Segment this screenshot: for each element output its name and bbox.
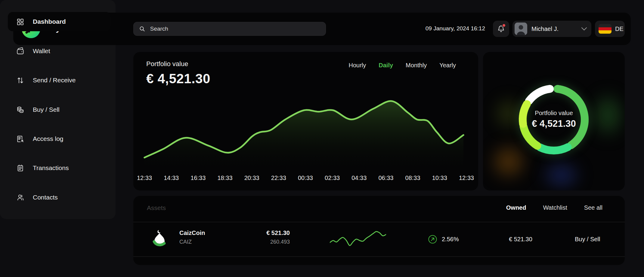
sidebar-label: Access log: [33, 135, 63, 142]
x-axis-label: 14:33: [164, 175, 179, 181]
tab-monthly[interactable]: Monthly: [406, 62, 427, 69]
x-axis-label: 12:33: [137, 175, 152, 181]
timeframe-tabs: Hourly Daily Monthly Yearly: [349, 62, 456, 69]
sidebar-item-buy-sell[interactable]: Buy / Sell: [8, 100, 111, 119]
notification-badge: [502, 23, 506, 27]
asset-name: CaizCoin: [179, 230, 205, 236]
x-axis-label: 12:33: [459, 175, 474, 181]
asset-sparkline: [330, 229, 386, 249]
user-menu[interactable]: Michael J.: [512, 21, 591, 37]
asset-units: 260.493: [242, 239, 290, 245]
tab-hourly[interactable]: Hourly: [349, 62, 366, 69]
tab-daily[interactable]: Daily: [379, 62, 393, 69]
sidebar-item-contacts[interactable]: Contacts: [8, 188, 111, 207]
sidebar-item-dashboard[interactable]: Dashboard: [8, 12, 111, 31]
donut-value: € 4,521.30: [483, 118, 625, 129]
asset-price: € 521.30: [242, 230, 290, 236]
sidebar-label: Wallet: [33, 47, 50, 55]
x-axis-label: 06:33: [378, 175, 393, 181]
x-axis-label: 04:33: [351, 175, 367, 181]
portfolio-line-chart: [133, 91, 478, 170]
datetime-label: 09 January, 2024 16:12: [426, 25, 485, 32]
x-axis-label: 02:33: [325, 175, 340, 181]
coins-icon: [16, 106, 24, 114]
sidebar-item-wallet[interactable]: Wallet: [8, 41, 111, 61]
tab-owned[interactable]: Owned: [506, 204, 526, 211]
avatar-placeholder: [515, 23, 527, 35]
tab-yearly[interactable]: Yearly: [439, 62, 456, 69]
sidebar-label: Transactions: [33, 164, 69, 172]
language-code: DE: [615, 26, 624, 32]
assets-card: Assets Owned Watchlist See all CaizCoin …: [133, 196, 625, 265]
sidebar-label: Send / Receive: [33, 77, 76, 84]
x-axis-label: 08:33: [405, 175, 420, 181]
language-selector[interactable]: DE: [595, 21, 625, 37]
asset-value: € 521.30: [509, 236, 532, 243]
chevron-down-icon: [581, 27, 587, 31]
donut-label: Portfolio value: [483, 110, 625, 117]
x-axis-label: 16:33: [190, 175, 206, 181]
assets-title: Assets: [147, 204, 166, 212]
trend-up-icon: [428, 235, 437, 245]
portfolio-value: € 4,521.30: [146, 71, 210, 86]
transactions-icon: [16, 164, 24, 172]
contacts-icon: [16, 193, 24, 202]
buy-sell-link[interactable]: Buy / Sell: [575, 236, 600, 243]
access-log-icon: [16, 135, 24, 143]
user-name: Michael J.: [531, 26, 577, 32]
wallet-icon: [16, 47, 24, 55]
x-axis-label: 00:33: [298, 175, 313, 181]
asset-change: 2.56%: [442, 236, 459, 243]
sidebar-label: Buy / Sell: [33, 106, 60, 113]
asset-row-caizcoin[interactable]: CaizCoin CAIZ € 521.30 260.493 2.56% € 5…: [133, 222, 625, 256]
x-axis-label: 20:33: [244, 175, 259, 181]
sidebar-item-access-log[interactable]: Access log: [8, 129, 111, 148]
germany-flag-icon: [599, 24, 611, 34]
divider: [133, 256, 625, 257]
search-input[interactable]: [150, 25, 320, 32]
sidebar-label: Dashboard: [33, 18, 66, 25]
tab-watchlist[interactable]: Watchlist: [543, 204, 567, 211]
assets-tabs: Owned Watchlist See all: [506, 204, 602, 211]
search-bar[interactable]: [133, 22, 326, 36]
x-axis-label: 18:33: [217, 175, 232, 181]
x-axis-label: 22:33: [271, 175, 286, 181]
x-axis-label: 10:33: [432, 175, 447, 181]
x-axis-labels: 12:3314:3316:3318:3320:3322:3300:3302:33…: [137, 175, 474, 181]
portfolio-title: Portfolio value: [146, 60, 188, 68]
paycoin-dashboard: P PayCoin 09 January, 2024 16:12: [0, 0, 644, 277]
notifications-button[interactable]: [493, 21, 509, 37]
caizcoin-logo: [150, 230, 169, 249]
search-icon: [139, 26, 145, 32]
sidebar-item-send-receive[interactable]: Send / Receive: [8, 71, 111, 90]
asset-symbol: CAIZ: [179, 239, 192, 245]
tab-see-all[interactable]: See all: [584, 204, 602, 211]
allocation-donut-card: Portfolio value € 4,521.30: [483, 52, 625, 190]
avatar: [515, 23, 527, 35]
donut-center: Portfolio value € 4,521.30: [483, 110, 625, 129]
sidebar-label: Contacts: [33, 194, 58, 201]
dashboard-icon: [16, 18, 24, 26]
sidebar-item-transactions[interactable]: Transactions: [8, 158, 111, 178]
portfolio-chart-card: Portfolio value € 4,521.30 Hourly Daily …: [133, 52, 478, 190]
send-receive-icon: [16, 76, 24, 84]
